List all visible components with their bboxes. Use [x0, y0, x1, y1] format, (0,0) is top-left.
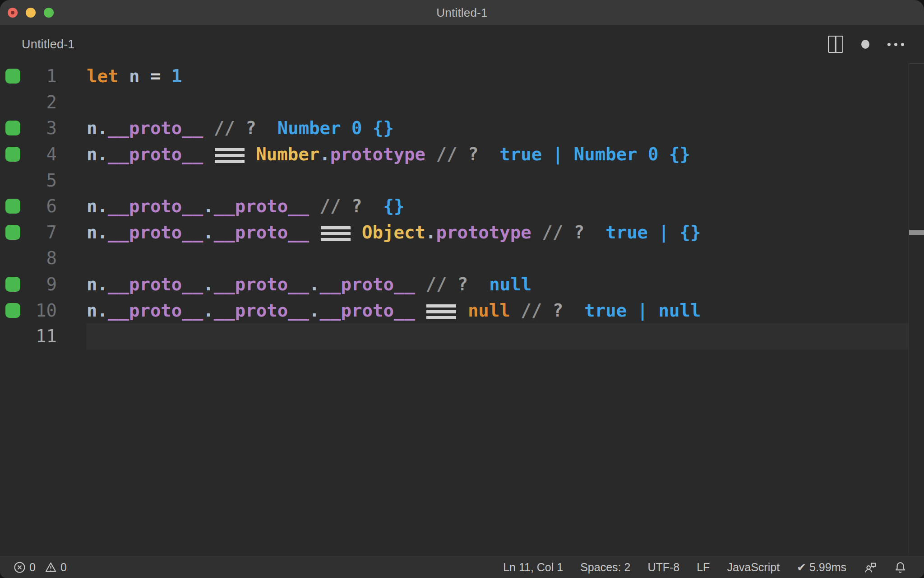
token: __proto__: [320, 300, 415, 321]
token: [447, 274, 457, 294]
token: [362, 196, 383, 216]
code-line[interactable]: 4n.__proto__ Number.prototype // ? true …: [0, 141, 909, 168]
notifications-item[interactable]: [894, 561, 907, 574]
token: [510, 300, 521, 321]
more-actions-icon[interactable]: [887, 43, 904, 46]
token: .: [97, 222, 107, 242]
token: //: [214, 118, 235, 138]
token: ?: [574, 222, 584, 242]
encoding[interactable]: UTF-8: [647, 561, 679, 574]
code-text: n.__proto__ // ? Number 0 {}: [57, 118, 394, 138]
editor-actions: [828, 36, 904, 53]
token: Number 0 {}: [277, 118, 394, 138]
close-button[interactable]: [8, 8, 18, 18]
code-line[interactable]: 6n.__proto__.__proto__ // ? {}: [0, 193, 909, 219]
code-line[interactable]: 1let n = 1: [0, 63, 909, 89]
token: __proto__: [320, 274, 415, 294]
warnings-item[interactable]: 0: [45, 561, 67, 574]
line-number: 8: [20, 248, 57, 268]
cursor-position[interactable]: Ln 11, Col 1: [503, 561, 563, 574]
token: {}: [383, 196, 405, 216]
language-mode[interactable]: JavaScript: [727, 561, 780, 574]
token: n: [87, 118, 97, 138]
token: ?: [245, 118, 256, 138]
quokka-coverage-indicator: [5, 147, 20, 162]
code-line[interactable]: 3n.__proto__ // ? Number 0 {}: [0, 115, 909, 141]
token: ?: [351, 196, 362, 216]
token: //: [320, 196, 341, 216]
token: [118, 66, 129, 86]
window-title: Untitled-1: [436, 6, 487, 20]
token: Object: [362, 222, 425, 242]
feedback-item[interactable]: [864, 561, 877, 574]
token: .: [97, 274, 107, 294]
zoom-button[interactable]: [44, 8, 54, 18]
problems-group: 0 0: [14, 561, 67, 574]
token: __proto__: [108, 144, 203, 164]
minimize-button[interactable]: [26, 8, 36, 18]
token: ?: [468, 144, 478, 164]
eol-sequence[interactable]: LF: [697, 561, 710, 574]
token: [203, 144, 213, 164]
token: __proto__: [108, 222, 203, 242]
line-number: 3: [20, 118, 57, 138]
triple-equals-ligature: [215, 148, 245, 163]
token: [468, 274, 489, 294]
code-text: n.__proto__.__proto__.__proto__ // ? nul…: [57, 274, 531, 294]
token: .: [309, 274, 319, 294]
token: prototype: [436, 222, 531, 242]
token: .: [425, 222, 436, 242]
code-line[interactable]: 10n.__proto__.__proto__.__proto__ null /…: [0, 297, 909, 323]
line-number: 5: [20, 170, 57, 191]
token: .: [203, 196, 213, 216]
code-line[interactable]: 2: [0, 89, 909, 116]
feedback-icon: [864, 561, 877, 574]
token: n: [87, 300, 97, 321]
errors-item[interactable]: 0: [14, 561, 36, 574]
token: n: [129, 66, 139, 86]
quokka-coverage-empty: [5, 329, 20, 344]
status-bar: 0 0 Ln 11, Col 1 Spaces: 2 UTF-8 LF Java…: [0, 556, 924, 578]
vscode-window: Untitled-1 Untitled-1 1let n = 123n.__pr…: [0, 0, 924, 578]
code-line[interactable]: 11: [0, 323, 909, 350]
token: __proto__: [108, 300, 203, 321]
indentation[interactable]: Spaces: 2: [580, 561, 630, 574]
token: [341, 196, 351, 216]
token: __proto__: [214, 300, 309, 321]
unsaved-dot-icon[interactable]: [861, 40, 869, 49]
token: [457, 144, 467, 164]
code-text: n.__proto__ Number.prototype // ? true |…: [57, 144, 690, 164]
editor-header: Untitled-1: [0, 25, 924, 63]
line-number: 9: [20, 274, 57, 294]
code-text: n.__proto__.__proto__ Object.prototype /…: [57, 222, 701, 242]
token: [563, 300, 584, 321]
token: .: [319, 144, 330, 164]
error-circle-icon: [14, 561, 26, 573]
quokka-coverage-indicator: [5, 225, 20, 240]
code-line[interactable]: 7n.__proto__.__proto__ Object.prototype …: [0, 219, 909, 246]
line-number: 7: [20, 222, 57, 242]
code-lines: 1let n = 123n.__proto__ // ? Number 0 {}…: [0, 63, 909, 350]
quokka-status[interactable]: ✔ 5.99ms: [797, 561, 846, 574]
warnings-count: 0: [60, 561, 67, 574]
token: [245, 144, 256, 164]
token: __proto__: [108, 274, 203, 294]
token: [542, 300, 552, 321]
code-line[interactable]: 9n.__proto__.__proto__.__proto__ // ? nu…: [0, 271, 909, 298]
token: null: [468, 300, 510, 321]
code-line[interactable]: 8: [0, 245, 909, 271]
overview-ruler[interactable]: [909, 63, 924, 556]
token: .: [97, 144, 107, 164]
token: .: [97, 196, 107, 216]
code-text: n.__proto__.__proto__.__proto__ null // …: [57, 300, 701, 321]
line-number: 6: [20, 196, 57, 216]
token: [139, 66, 150, 86]
token: //: [542, 222, 563, 242]
token: .: [309, 300, 319, 321]
token: .: [203, 300, 213, 321]
code-line[interactable]: 5: [0, 167, 909, 193]
split-editor-icon[interactable]: [828, 36, 843, 53]
token: let: [87, 66, 118, 86]
titlebar[interactable]: Untitled-1: [0, 0, 924, 25]
token: n: [87, 274, 97, 294]
